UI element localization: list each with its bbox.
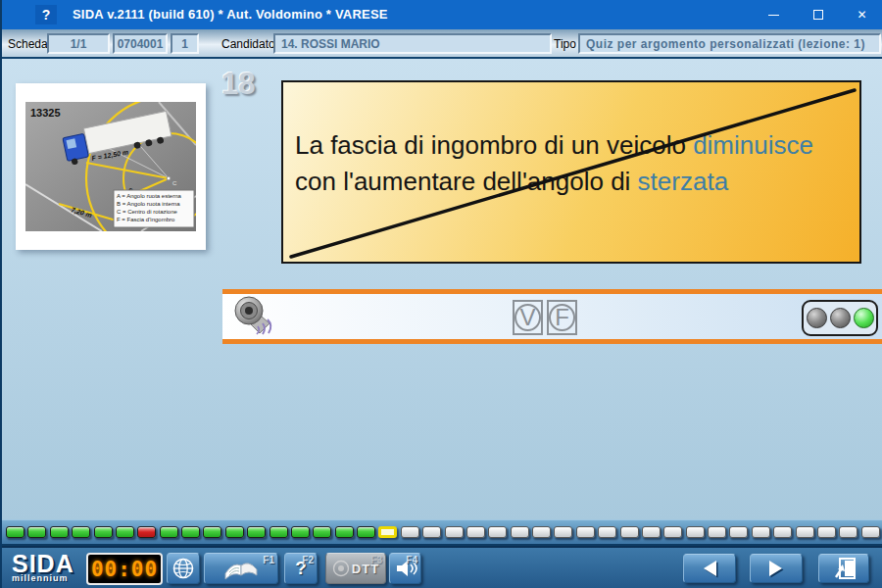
- minimize-button[interactable]: [752, 0, 796, 29]
- logo-subtext: millennium: [12, 574, 74, 583]
- question-progress-item-green[interactable]: [94, 526, 113, 538]
- bottom-toolbar: SIDA millennium 00:00 F1 ? F2: [2, 546, 882, 588]
- audio-fn-label: F4: [406, 555, 417, 565]
- book-icon: [220, 556, 263, 581]
- question-progress-item-green[interactable]: [50, 526, 69, 538]
- question-progress-item-blank[interactable]: [839, 526, 858, 538]
- help-button[interactable]: ? F2: [284, 553, 318, 584]
- maximize-button[interactable]: [796, 0, 840, 29]
- tipo-label: Tipo: [554, 37, 576, 51]
- app-window: ? SIDA v.2111 (build 610) * Aut. Voldomi…: [0, 0, 882, 588]
- question-figure: C F = 12,50 m 5,30 m 7,20 m A = Angolo r…: [16, 83, 206, 250]
- traffic-light-on-lamp: [854, 308, 874, 328]
- question-progress-item-current[interactable]: [378, 526, 397, 538]
- question-progress-item-blank[interactable]: [620, 526, 639, 538]
- question-progress-item-green[interactable]: [6, 526, 24, 538]
- legend-line: C = Centro di rotazione: [117, 209, 178, 215]
- center-label: C: [172, 180, 177, 186]
- question-progress-item-blank[interactable]: [532, 526, 551, 538]
- traffic-light-off-lamp: [830, 308, 851, 328]
- question-progress-item-green[interactable]: [181, 526, 200, 538]
- scheda-code-field: 0704001: [113, 33, 168, 54]
- question-progress-item-green[interactable]: [313, 526, 331, 538]
- question-progress-item-green[interactable]: [27, 526, 46, 538]
- next-question-button[interactable]: [750, 554, 803, 583]
- answer-true-button[interactable]: V: [513, 300, 543, 335]
- manual-button[interactable]: F1: [204, 553, 278, 584]
- question-text: La fascia di ingombro di un veicolo dimi…: [295, 127, 840, 200]
- question-progress-item-blank[interactable]: [817, 526, 836, 538]
- question-progress-item-blank[interactable]: [708, 526, 726, 538]
- exam-timer: 00:00: [86, 553, 163, 585]
- candidato-field: 14. ROSSI MARIO: [273, 33, 552, 54]
- speaker-icon[interactable]: [230, 294, 281, 339]
- question-progress-item-blank[interactable]: [729, 526, 748, 538]
- close-button[interactable]: ✕: [840, 0, 882, 29]
- exit-door-icon: [831, 557, 857, 580]
- sida-logo: SIDA millennium: [12, 552, 74, 583]
- main-area: C F = 12,50 m 5,30 m 7,20 m A = Angolo r…: [2, 59, 882, 519]
- book-fn-label: F1: [263, 555, 274, 565]
- figure-id: 13325: [30, 107, 61, 119]
- arrow-left-icon: [695, 558, 724, 579]
- traffic-light: [802, 300, 878, 336]
- question-progress-item-blank[interactable]: [861, 526, 880, 538]
- question-number: 18: [221, 67, 255, 102]
- dtt-fn-label: F3: [370, 555, 382, 565]
- minimize-icon: [768, 15, 779, 16]
- question-progress-item-blank[interactable]: [752, 526, 770, 538]
- candidato-label: Candidato: [221, 37, 275, 51]
- question-progress-item-blank[interactable]: [401, 526, 419, 538]
- exit-button[interactable]: [818, 554, 869, 583]
- question-progress-item-blank[interactable]: [445, 526, 464, 538]
- answer-bar: V F: [222, 289, 882, 344]
- dtt-emblem-icon: [332, 559, 350, 578]
- scheda-number-field: 1: [171, 33, 199, 54]
- question-progress-item-blank[interactable]: [488, 526, 507, 538]
- question-progress-item-green[interactable]: [72, 526, 90, 538]
- close-icon: ✕: [857, 8, 866, 22]
- globe-icon: [172, 557, 195, 580]
- question-progress-item-green[interactable]: [357, 526, 375, 538]
- answer-false-button[interactable]: F: [547, 300, 577, 335]
- maximize-icon: [813, 10, 823, 20]
- previous-question-button[interactable]: [683, 554, 736, 583]
- question-progress-item-blank[interactable]: [422, 526, 441, 538]
- globe-button[interactable]: [167, 553, 200, 584]
- question-progress-item-red[interactable]: [137, 526, 156, 538]
- question-progress-item-blank[interactable]: [554, 526, 572, 538]
- question-progress-strip: [2, 519, 882, 546]
- question-progress-item-blank[interactable]: [773, 526, 792, 538]
- scheda-field: 1/1: [47, 33, 110, 54]
- audio-button[interactable]: F4: [389, 553, 421, 584]
- question-progress-item-blank[interactable]: [642, 526, 661, 538]
- question-progress-item-blank[interactable]: [576, 526, 595, 538]
- question-progress-item-blank[interactable]: [796, 526, 814, 538]
- dtt-button: DTT F3: [325, 553, 386, 584]
- question-progress-item-green[interactable]: [116, 526, 134, 538]
- question-progress-item-blank[interactable]: [511, 526, 529, 538]
- question-progress-item-blank[interactable]: [686, 526, 705, 538]
- legend-line: A = Angolo ruota esterna: [117, 193, 182, 199]
- question-keyword: diminuisce: [693, 130, 813, 160]
- app-help-icon: ?: [35, 5, 57, 24]
- legend-line: B = Angolo ruota interna: [117, 201, 180, 207]
- answer-false-label: F: [549, 304, 575, 331]
- question-progress-item-green[interactable]: [270, 526, 288, 538]
- question-text-part: con l'aumentare dell'angolo di: [295, 167, 638, 196]
- question-progress-item-blank[interactable]: [663, 526, 682, 538]
- question-progress-item-green[interactable]: [225, 526, 244, 538]
- question-progress-item-green[interactable]: [291, 526, 310, 538]
- title-bar: ? SIDA v.2111 (build 610) * Aut. Voldomi…: [2, 0, 882, 29]
- question-progress-item-green[interactable]: [203, 526, 221, 538]
- question-progress-item-green[interactable]: [160, 526, 178, 538]
- answer-true-label: V: [514, 304, 541, 331]
- question-keyword: sterzata: [638, 167, 729, 196]
- legend-line: F = Fascia d'ingombro: [117, 217, 175, 222]
- question-progress-item-blank[interactable]: [466, 526, 485, 538]
- question-progress-item-blank[interactable]: [598, 526, 616, 538]
- window-title: SIDA v.2111 (build 610) * Aut. Voldomino…: [73, 0, 388, 29]
- question-progress-item-green[interactable]: [247, 526, 266, 538]
- tipo-field: Quiz per argomento personalizzati (lezio…: [578, 33, 881, 54]
- question-progress-item-green[interactable]: [335, 526, 354, 538]
